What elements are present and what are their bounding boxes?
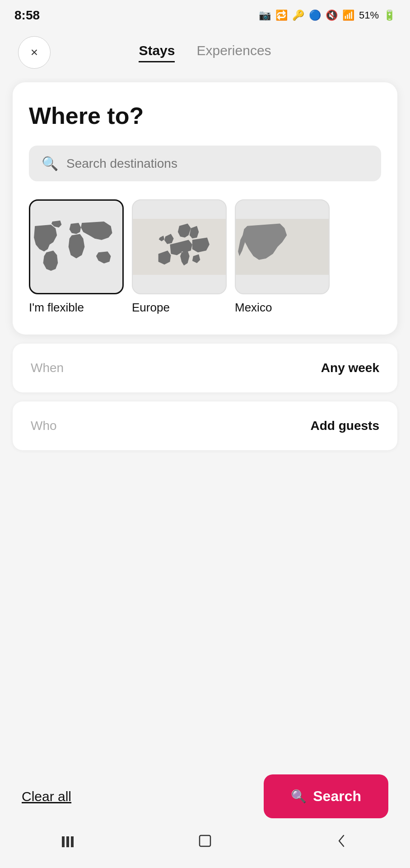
svg-rect-3 (62, 836, 65, 847)
destination-europe[interactable]: Europe (132, 199, 227, 315)
destination-cards-row: I'm flexible (29, 199, 381, 315)
nav-back-icon[interactable] (328, 827, 355, 854)
search-button-label: Search (313, 788, 361, 805)
status-icons: 📷 🔁 🔑 🔵 🔇 📶 51% 🔋 (259, 9, 396, 21)
when-value: Any week (321, 361, 379, 375)
tabs-nav: Stays Experiences (139, 43, 271, 62)
mexico-label: Mexico (235, 301, 330, 315)
sim-icon: 🔁 (275, 9, 288, 21)
camera-icon: 📷 (259, 9, 271, 21)
destination-mexico[interactable]: Mexico (235, 199, 330, 315)
svg-rect-5 (71, 836, 74, 847)
bluetooth-icon: 🔵 (309, 9, 321, 21)
wifi-icon: 📶 (342, 9, 354, 21)
mexico-map-wrap (235, 199, 330, 294)
status-bar: 8:58 📷 🔁 🔑 🔵 🔇 📶 51% 🔋 (0, 0, 410, 27)
who-value: Add guests (311, 419, 379, 433)
destination-flexible[interactable]: I'm flexible (29, 199, 124, 315)
europe-map-wrap (132, 199, 227, 294)
main-search-card: Where to? 🔍 (13, 82, 397, 335)
when-label: When (31, 361, 64, 375)
flexible-label: I'm flexible (29, 301, 124, 315)
svg-rect-6 (200, 835, 210, 846)
nav-menu-icon[interactable] (55, 827, 82, 854)
nav-home-icon[interactable] (191, 827, 219, 854)
where-to-title: Where to? (29, 102, 381, 129)
search-button-icon: 🔍 (291, 789, 307, 804)
who-label: Who (31, 419, 57, 433)
search-icon: 🔍 (42, 156, 58, 171)
battery-text: 51% (359, 9, 379, 21)
world-map-svg (30, 201, 122, 293)
svg-rect-4 (66, 836, 69, 847)
status-time: 8:58 (14, 8, 40, 23)
search-button[interactable]: 🔍 Search (264, 774, 388, 818)
search-input-container[interactable]: 🔍 (29, 146, 381, 181)
who-card[interactable]: Who Add guests (13, 401, 397, 450)
nav-bar (0, 818, 410, 868)
close-icon: × (31, 45, 38, 60)
bottom-bar: Clear all 🔍 Search (0, 774, 410, 818)
battery-icon: 🔋 (383, 9, 396, 21)
mute-icon: 🔇 (326, 9, 338, 21)
close-button[interactable]: × (18, 36, 51, 69)
clear-all-button[interactable]: Clear all (22, 789, 71, 804)
destination-search-input[interactable] (66, 156, 368, 171)
europe-map-svg (133, 200, 226, 293)
flexible-map-wrap (29, 199, 124, 294)
when-card[interactable]: When Any week (13, 344, 397, 392)
key-icon: 🔑 (292, 9, 304, 21)
header: × Stays Experiences (0, 27, 410, 78)
europe-label: Europe (132, 301, 227, 315)
tab-stays[interactable]: Stays (139, 43, 175, 62)
mexico-map-svg (236, 200, 329, 293)
tab-experiences[interactable]: Experiences (196, 43, 271, 62)
